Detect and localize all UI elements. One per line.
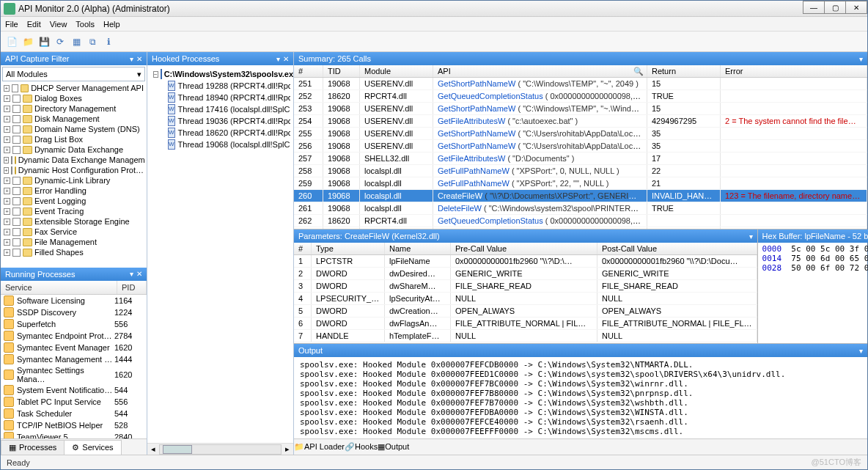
filter-tree-item[interactable]: +Dialog Boxes	[1, 93, 147, 103]
col-api[interactable]: API🔍	[433, 65, 647, 77]
collapse-icon[interactable]: −	[153, 71, 158, 78]
filter-tree-item[interactable]: +DHCP Server Management API	[1, 83, 147, 93]
summary-row[interactable]: 26218620RPCRT4.dllGetQueuedCompletionSta…	[294, 215, 867, 227]
toolbar-button[interactable]: 💾	[37, 35, 51, 48]
expand-icon[interactable]: +	[4, 219, 10, 225]
param-row[interactable]: 6DWORDdwFlagsAn…FILE_ATTRIBUTE_NORMAL | …	[294, 317, 757, 330]
filter-tree-item[interactable]: +Event Logging	[1, 196, 147, 206]
thread-item[interactable]: WThread 19068 (localspl.dll!SplCloseSp	[150, 139, 290, 150]
summary-row[interactable]: 25919068localspl.dllGetFullPathNameW ( "…	[294, 177, 867, 190]
expand-icon[interactable]: +	[4, 208, 10, 215]
checkbox[interactable]	[12, 105, 21, 113]
search-icon[interactable]: 🔍	[633, 67, 644, 76]
summary-row[interactable]: 25519068USERENV.dllGetShortPathNameW ( "…	[294, 128, 867, 140]
service-row[interactable]: Superfetch556	[1, 318, 147, 330]
service-row[interactable]: TeamViewer 52840	[1, 431, 147, 438]
process-root[interactable]: − C:\Windows\System32\spoolsv.exe (Un	[150, 68, 290, 80]
col-tid[interactable]: TID	[323, 65, 360, 77]
menu-help[interactable]: Help	[103, 20, 120, 29]
service-row[interactable]: Symantec Event Manager1620	[1, 342, 147, 353]
param-row[interactable]: 1LPCTSTRlpFileName0x00000000001fb2960 "\…	[294, 255, 757, 268]
hscroll[interactable]: ◂▸	[147, 443, 293, 455]
checkbox[interactable]	[12, 249, 21, 257]
panel-pin-icon[interactable]: ▾	[130, 55, 133, 63]
tab-output[interactable]: ▦Output	[378, 442, 409, 452]
checkbox[interactable]	[12, 177, 21, 185]
filter-tree-item[interactable]: +Dynamic-Link Library	[1, 175, 147, 186]
summary-row[interactable]: 26119068localspl.dllDeleteFileW ( "C:\Wi…	[294, 202, 867, 215]
panel-close-icon[interactable]: ✕	[283, 55, 289, 63]
thread-item[interactable]: WThread 18940 (RPCRT4.dll!RpcBindin	[150, 92, 290, 103]
filter-tree-item[interactable]: +Disk Management	[1, 114, 147, 124]
expand-icon[interactable]: +	[4, 126, 10, 133]
checkbox[interactable]	[12, 218, 21, 226]
checkbox[interactable]	[11, 156, 12, 164]
menu-edit[interactable]: Edit	[27, 20, 41, 29]
toolbar-button[interactable]: ▦	[70, 35, 83, 48]
expand-icon[interactable]: +	[4, 249, 10, 256]
tab-services[interactable]: ⚙Services	[64, 440, 121, 455]
summary-row[interactable]: 25319068USERENV.dllGetShortPathNameW ( "…	[294, 103, 867, 115]
filter-tree-item[interactable]: +Domain Name System (DNS)	[1, 124, 147, 134]
summary-row[interactable]: 25719068SHELL32.dllGetFileAttributesW ( …	[294, 153, 867, 165]
filter-tree-item[interactable]: +File Management	[1, 237, 147, 247]
menu-file[interactable]: File	[5, 20, 18, 29]
filter-tree-item[interactable]: +Directory Management	[1, 103, 147, 114]
tab-processes[interactable]: ▦Processes	[1, 440, 65, 455]
summary-row[interactable]: 26019068localspl.dllCreateFileW ( "\\?\D…	[294, 190, 867, 202]
toolbar-button[interactable]: 📄	[5, 35, 18, 48]
checkbox[interactable]	[12, 136, 21, 144]
service-row[interactable]: Symantec Settings Mana…1620	[1, 365, 147, 384]
col-module[interactable]: Module	[360, 65, 433, 77]
checkbox[interactable]	[11, 166, 12, 175]
expand-icon[interactable]: +	[4, 198, 10, 205]
menu-tools[interactable]: Tools	[76, 20, 95, 29]
summary-row[interactable]: 25619068USERENV.dllGetShortPathNameW ( "…	[294, 140, 867, 153]
param-row[interactable]: 4LPSECURITY_AT…lpSecurityAt…NULLNULL	[294, 293, 757, 305]
service-row[interactable]: Task Scheduler544	[1, 408, 147, 419]
maximize-button[interactable]: ▢	[824, 1, 846, 14]
filter-tree-item[interactable]: +Filled Shapes	[1, 247, 147, 257]
col-number[interactable]: #	[294, 65, 323, 77]
panel-close-icon[interactable]: ✕	[136, 55, 142, 63]
minimize-button[interactable]: —	[803, 1, 825, 14]
param-row[interactable]: 3DWORDdwShareM…FILE_SHARE_READFILE_SHARE…	[294, 280, 757, 293]
summary-row[interactable]: 25819068localspl.dllGetFullPathNameW ( "…	[294, 165, 867, 177]
toolbar-button[interactable]: ⟳	[54, 35, 67, 48]
expand-icon[interactable]: +	[4, 95, 10, 102]
panel-menu-icon[interactable]: ▾	[859, 55, 863, 63]
hex-dump[interactable]: 0000 5c 00 5c 00 3f 00 5c 00 44 00 3a 00…	[758, 243, 868, 343]
checkbox[interactable]	[12, 187, 21, 195]
thread-item[interactable]: WThread 19288 (RPCRT4.dll!RpcBindin	[150, 80, 290, 92]
filter-tree-item[interactable]: +Dynamic Data Exchange Managem	[1, 155, 147, 165]
checkbox[interactable]	[12, 95, 21, 103]
expand-icon[interactable]: +	[4, 85, 10, 92]
param-row[interactable]: 2DWORDdwDesired…GENERIC_WRITEGENERIC_WRI…	[294, 268, 757, 280]
col-pid[interactable]: PID	[117, 281, 147, 294]
service-row[interactable]: Symantec Management …1444	[1, 353, 147, 365]
expand-icon[interactable]: +	[4, 167, 9, 174]
checkbox[interactable]	[12, 197, 21, 205]
filter-tree-item[interactable]: +Drag List Box	[1, 134, 147, 144]
filter-tree-item[interactable]: +Fax Service	[1, 227, 147, 237]
summary-row[interactable]: 25218620RPCRT4.dllGetQueuedCompletionSta…	[294, 90, 867, 103]
expand-icon[interactable]: +	[4, 229, 10, 235]
service-row[interactable]: SSDP Discovery1224	[1, 306, 147, 318]
expand-icon[interactable]: +	[4, 177, 10, 184]
thread-item[interactable]: WThread 19036 (RPCRT4.dll!RpcBindin	[150, 115, 290, 127]
service-row[interactable]: TCP/IP NetBIOS Helper528	[1, 419, 147, 431]
toolbar-button[interactable]: ℹ	[102, 35, 115, 48]
panel-close-icon[interactable]: ✕	[136, 270, 142, 278]
expand-icon[interactable]: +	[4, 136, 10, 143]
service-row[interactable]: System Event Notificatio…544	[1, 384, 147, 396]
close-button[interactable]: ✕	[845, 1, 867, 14]
panel-menu-icon[interactable]: ▾	[749, 232, 753, 240]
col-service[interactable]: Service	[1, 281, 117, 294]
expand-icon[interactable]: +	[4, 116, 10, 122]
expand-icon[interactable]: +	[4, 188, 10, 194]
panel-menu-icon[interactable]: ▾	[859, 347, 863, 355]
expand-icon[interactable]: +	[4, 106, 10, 112]
filter-tree-item[interactable]: +Extensible Storage Engine	[1, 216, 147, 227]
thread-item[interactable]: WThread 18620 (RPCRT4.dll!RpcBindin	[150, 127, 290, 139]
filter-tree-item[interactable]: +Error Handling	[1, 186, 147, 196]
